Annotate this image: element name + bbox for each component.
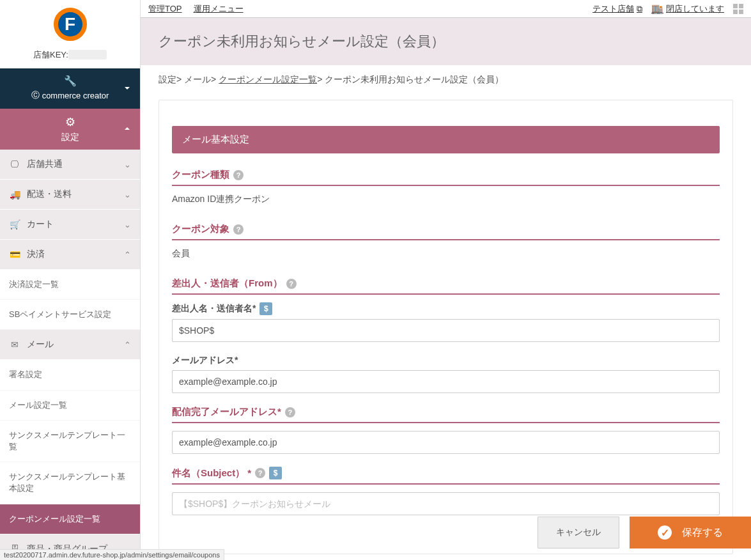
page-title: クーポン未利用お知らせメール設定（会員） xyxy=(141,18,751,65)
logo-icon: F xyxy=(54,8,87,41)
nav-sub-mail-list[interactable]: メール設定一覧 xyxy=(0,391,140,421)
section-title: メール基本設定 xyxy=(172,126,720,153)
save-button[interactable]: ✓ 保存する xyxy=(630,517,751,548)
nav-item-label: 配送・送料 xyxy=(27,189,72,200)
nav-cart[interactable]: 🛒 カート ⌄ xyxy=(0,210,140,240)
nav-sub-coupon-mail-list[interactable]: クーポンメール設定一覧 xyxy=(0,504,140,534)
chevron-up-icon: ⌃ xyxy=(124,340,131,350)
cancel-button[interactable]: キャンセル xyxy=(538,517,619,548)
commerce-creator-label: commerce creator xyxy=(42,91,109,100)
chevron-down-icon: ⌄ xyxy=(124,220,131,229)
help-icon[interactable]: ? xyxy=(286,279,297,289)
help-icon[interactable]: ? xyxy=(285,407,295,417)
variable-badge-icon[interactable]: $ xyxy=(269,467,282,479)
shop-key-label: 店舗KEY: xyxy=(33,50,68,59)
sender-name-label: 差出人名・送信者名* $ xyxy=(172,302,720,315)
card-icon: 💳 xyxy=(9,249,20,260)
subject-input[interactable] xyxy=(172,492,720,515)
help-icon[interactable]: ? xyxy=(233,170,244,180)
nav-sub-signature[interactable]: 署名設定 xyxy=(0,360,140,390)
chevron-up-icon: ⌃ xyxy=(124,250,131,260)
help-icon[interactable]: ? xyxy=(255,468,265,478)
mail-addr-label: メールアドレス* xyxy=(172,355,720,366)
nav-sub-thanks-tpl-basic[interactable]: サンクスメールテンプレート基本設定 xyxy=(0,462,140,504)
footer-actions: キャンセル ✓ 保存する xyxy=(141,517,751,548)
field-head-delivery-addr: 配信完了メールアドレス* ? xyxy=(172,406,720,423)
wrench-icon: 🔧 xyxy=(0,75,140,87)
nav-commerce-creator[interactable]: 🔧 Ⓒcommerce creator xyxy=(0,68,140,109)
mail-addr-input[interactable] xyxy=(172,370,720,393)
breadcrumb-item: メール xyxy=(184,74,211,84)
nav-item-label: カート xyxy=(27,219,54,230)
coupon-target-value: 会員 xyxy=(172,248,720,260)
save-button-label: 保存する xyxy=(682,526,723,540)
chevron-up-icon xyxy=(123,124,131,134)
nav-sub-payment-list[interactable]: 決済設定一覧 xyxy=(0,270,140,300)
field-head-coupon-target: クーポン対象 ? xyxy=(172,223,720,240)
coupon-type-value: Amazon ID連携クーポン xyxy=(172,194,720,205)
test-store-link[interactable]: テスト店舗 ⧉ xyxy=(592,3,642,15)
chevron-down-icon: ⌄ xyxy=(124,160,131,169)
breadcrumb-item: 設定 xyxy=(159,74,176,84)
gear-icon: ⚙ xyxy=(0,115,140,129)
nav-item-label: 店舗共通 xyxy=(27,159,63,170)
chevron-down-icon xyxy=(123,84,131,94)
external-link-icon: ⧉ xyxy=(637,4,642,14)
variable-badge-icon[interactable]: $ xyxy=(259,302,272,315)
sidebar: F 店舗KEY:xxxxxxxx 🔧 Ⓒcommerce creator ⚙ 設… xyxy=(0,0,141,560)
sender-name-input[interactable] xyxy=(172,319,720,342)
cc-icon: Ⓒ xyxy=(31,89,40,101)
nav-mail[interactable]: ✉ メール ⌃ xyxy=(0,330,140,360)
breadcrumb: 設定> メール> クーポンメール設定一覧> クーポン未利用お知らせメール設定（会… xyxy=(141,65,751,95)
status-bar-url: test20200717.admin.dev.future-shop.jp/ad… xyxy=(0,549,224,560)
main-area: 管理TOP 運用メニュー テスト店舗 ⧉ 🏬 閉店しています クーポン未利用お知… xyxy=(141,0,751,560)
field-head-from: 差出人・送信者（From） ? xyxy=(172,277,720,295)
field-head-subject: 件名（Subject） * ? $ xyxy=(172,467,720,485)
breadcrumb-link[interactable]: クーポンメール設定一覧 xyxy=(219,74,317,84)
form-panel: メール基本設定 クーポン種類 ? Amazon ID連携クーポン クーポン対象 … xyxy=(159,100,733,554)
nav-sub-thanks-tpl-list[interactable]: サンクスメールテンプレート一覧 xyxy=(0,421,140,462)
breadcrumb-item: クーポン未利用お知らせメール設定（会員） xyxy=(325,74,504,84)
nav-payment[interactable]: 💳 決済 ⌃ xyxy=(0,240,140,270)
shop-key-row: 店舗KEY:xxxxxxxx xyxy=(0,47,140,68)
closed-link[interactable]: 🏬 閉店しています xyxy=(651,3,724,15)
chevron-down-icon: ⌄ xyxy=(124,190,131,199)
field-head-coupon-type: クーポン種類 ? xyxy=(172,169,720,186)
nav-item-label: メール xyxy=(27,339,54,350)
mail-icon: ✉ xyxy=(9,339,20,350)
nav-settings[interactable]: ⚙ 設定 xyxy=(0,109,140,150)
logo-area[interactable]: F xyxy=(0,0,140,47)
topbar: 管理TOP 運用メニュー テスト店舗 ⧉ 🏬 閉店しています xyxy=(141,0,751,18)
store-icon: 🏬 xyxy=(651,3,663,15)
truck-icon: 🚚 xyxy=(9,189,20,199)
apps-grid-icon[interactable] xyxy=(733,4,743,14)
check-circle-icon: ✓ xyxy=(658,525,672,540)
nav-store-common[interactable]: 🖵 店舗共通 ⌄ xyxy=(0,150,140,180)
content-scroll: メール基本設定 クーポン種類 ? Amazon ID連携クーポン クーポン対象 … xyxy=(141,95,751,560)
settings-label: 設定 xyxy=(0,132,140,143)
shop-key-value: xxxxxxxx xyxy=(68,50,107,59)
admin-top-link[interactable]: 管理TOP xyxy=(148,3,182,15)
ops-menu-link[interactable]: 運用メニュー xyxy=(194,3,244,15)
nav-item-label: 決済 xyxy=(27,249,45,260)
delivery-addr-input[interactable] xyxy=(172,431,720,454)
cart-icon: 🛒 xyxy=(9,219,20,229)
monitor-icon: 🖵 xyxy=(9,159,20,169)
nav-sub-sb-payment[interactable]: SBペイメントサービス設定 xyxy=(0,300,140,330)
nav-shipping[interactable]: 🚚 配送・送料 ⌄ xyxy=(0,180,140,210)
help-icon[interactable]: ? xyxy=(233,224,244,235)
